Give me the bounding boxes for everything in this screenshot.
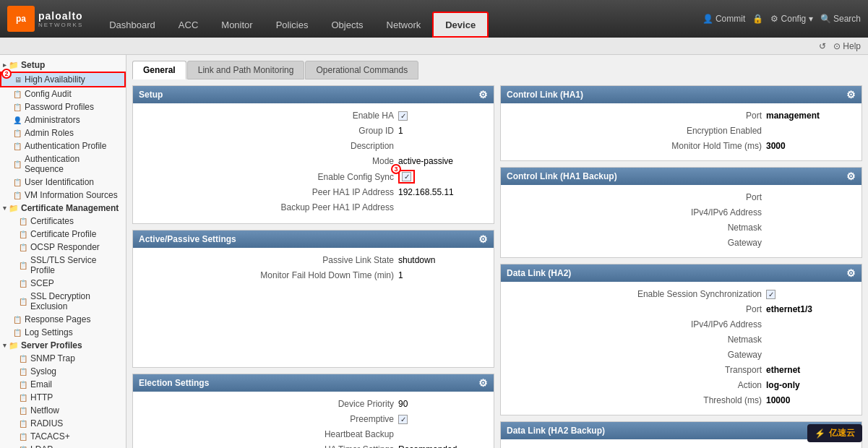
data-ha2-backup-title: Data Link (HA2 Backup) bbox=[507, 426, 605, 436]
ha1b-ipv4-label: IPv4/IPv6 Address bbox=[650, 207, 766, 217]
sidebar-label-netflow: Netflow bbox=[30, 405, 59, 415]
sidebar-item-syslog[interactable]: 📋 Syslog bbox=[0, 365, 126, 378]
enable-config-sync-row: Enable Config Sync 3 ✓ bbox=[142, 170, 485, 184]
tab-monitor[interactable]: Monitor bbox=[210, 12, 264, 38]
data-ha2-header: Data Link (HA2) ⚙ bbox=[501, 264, 861, 282]
peer-ha1-row: Peer HA1 IP Address 192.168.55.11 bbox=[142, 186, 485, 199]
search-button[interactable]: 🔍 Search bbox=[820, 14, 861, 24]
ha1b-port-label: Port bbox=[650, 192, 766, 202]
sidebar-item-radius[interactable]: 📋 RADIUS bbox=[0, 417, 126, 430]
active-passive-title: Active/Passive Settings bbox=[139, 234, 236, 244]
encryption-row: Encryption Enabled bbox=[510, 124, 853, 137]
sidebar-item-ldap[interactable]: 📋 LDAP bbox=[0, 443, 126, 448]
sidebar-group-cert-mgmt[interactable]: ▾ 📁 Certificate Management bbox=[0, 202, 126, 215]
auth-seq-icon: 📋 bbox=[13, 160, 22, 168]
ha2b-port-row: Port bbox=[510, 445, 853, 448]
setup-panel-header: Setup ⚙ bbox=[133, 86, 494, 103]
sidebar-label-ocsp: OCSP Responder bbox=[30, 242, 100, 252]
sidebar-item-log-settings[interactable]: 📋 Log Settings bbox=[0, 326, 126, 339]
control-ha1-gear[interactable]: ⚙ bbox=[846, 89, 856, 100]
sidebar-item-http[interactable]: 📋 HTTP bbox=[0, 391, 126, 404]
sidebar-item-auth-profile[interactable]: 📋 Authentication Profile bbox=[0, 139, 126, 152]
sidebar-item-administrators[interactable]: 👤 Administrators bbox=[0, 113, 126, 126]
enable-ha-checkbox[interactable]: ✓ bbox=[398, 111, 408, 121]
tab-policies[interactable]: Policies bbox=[265, 12, 320, 38]
watermark-icon: ⚡ bbox=[815, 428, 825, 439]
content-tab-operational[interactable]: Operational Commands bbox=[305, 61, 418, 79]
sidebar-item-label: Setup bbox=[21, 60, 45, 70]
logo-text: paloalto NETWORKS bbox=[38, 10, 83, 28]
sidebar-label-certs: Certificates bbox=[30, 216, 74, 226]
cert-profile-icon: 📋 bbox=[19, 231, 27, 238]
control-ha1-backup-gear[interactable]: ⚙ bbox=[846, 171, 856, 182]
content-tab-general[interactable]: General bbox=[132, 61, 186, 79]
active-passive-gear[interactable]: ⚙ bbox=[478, 233, 488, 245]
sidebar-label-http: HTTP bbox=[30, 392, 53, 402]
sidebar-item-scep[interactable]: 📋 SCEP bbox=[0, 277, 126, 290]
sidebar-label-userid: User Identification bbox=[25, 177, 94, 187]
sidebar-item-ssl-tls[interactable]: 📋 SSL/TLS Service Profile bbox=[0, 254, 126, 277]
control-ha1-body: Port management Encryption Enabled Monit… bbox=[501, 103, 861, 160]
sidebar-item-tacacs[interactable]: 📋 TACACS+ bbox=[0, 430, 126, 443]
tab-acc[interactable]: ACC bbox=[167, 12, 210, 38]
sidebar-item-snmp-trap[interactable]: 📋 SNMP Trap bbox=[0, 352, 126, 365]
sidebar-label-syslog: Syslog bbox=[30, 366, 56, 376]
sidebar-item-high-availability[interactable]: 2 🖥 High Availability bbox=[0, 72, 126, 87]
sidebar-item-ssl-exclusion[interactable]: 📋 SSL Decryption Exclusion bbox=[0, 290, 126, 313]
config-dropdown[interactable]: ⚙ Config ▾ bbox=[770, 14, 812, 24]
ha2-action-value: log-only bbox=[766, 380, 853, 390]
sidebar-item-ocsp[interactable]: 📋 OCSP Responder bbox=[0, 241, 126, 254]
sidebar-item-response-pages[interactable]: 📋 Response Pages bbox=[0, 313, 126, 326]
enable-config-sync-checkbox[interactable]: ✓ bbox=[402, 172, 411, 181]
sidebar-group-setup[interactable]: ▸ 📁 Setup bbox=[0, 59, 126, 72]
sidebar-label-ssl: SSL/TLS Service Profile bbox=[30, 255, 120, 275]
commit-button[interactable]: 👤 Commit bbox=[702, 14, 746, 24]
refresh-button[interactable]: ↺ bbox=[819, 41, 826, 51]
device-priority-value: 90 bbox=[398, 399, 485, 409]
tab-network[interactable]: Network bbox=[375, 12, 433, 38]
help-button[interactable]: ⊙ Help bbox=[833, 41, 861, 51]
ha1b-port-row: Port bbox=[510, 191, 853, 204]
preemptive-checkbox[interactable]: ✓ bbox=[398, 415, 408, 424]
sidebar-item-certificates[interactable]: 📋 Certificates bbox=[0, 215, 126, 228]
election-header: Election Settings ⚙ bbox=[133, 374, 494, 392]
sidebar-item-admin-roles[interactable]: 📋 Admin Roles bbox=[0, 126, 126, 139]
data-ha2-gear[interactable]: ⚙ bbox=[846, 267, 856, 279]
content-tab-link-monitoring[interactable]: Link and Path Monitoring bbox=[187, 61, 305, 79]
device-priority-row: Device Priority 90 bbox=[142, 397, 485, 410]
tab-dashboard[interactable]: Dashboard bbox=[98, 12, 167, 38]
sidebar: ▸ 📁 Setup 2 🖥 High Availability 📋 Config… bbox=[0, 55, 126, 448]
ha2-gateway-label: Gateway bbox=[650, 350, 766, 360]
tab-objects[interactable]: Objects bbox=[319, 12, 374, 38]
setup-panel-title: Setup bbox=[139, 90, 163, 100]
sidebar-item-email[interactable]: 📋 Email bbox=[0, 378, 126, 391]
election-panel: Election Settings ⚙ Device Priority 90 P… bbox=[132, 374, 494, 448]
content-area: General Link and Path Monitoring Operati… bbox=[126, 55, 868, 448]
peer-ha1-label: Peer HA1 IP Address bbox=[283, 187, 398, 197]
sidebar-item-auth-sequence[interactable]: 📋 Authentication Sequence bbox=[0, 152, 126, 176]
sidebar-item-cert-profile[interactable]: 📋 Certificate Profile bbox=[0, 228, 126, 241]
passive-link-state-row: Passive Link State shutdown bbox=[142, 254, 485, 267]
sidebar-group-server-profiles[interactable]: ▾ 📁 Server Profiles bbox=[0, 339, 126, 352]
sidebar-label-admin: Administrators bbox=[25, 115, 80, 125]
ha2-netmask-row: Netmask bbox=[510, 333, 853, 346]
enable-config-sync-value: 3 ✓ bbox=[398, 170, 485, 184]
setup-gear-button[interactable]: ⚙ bbox=[478, 89, 488, 100]
config-audit-icon: 📋 bbox=[13, 90, 22, 98]
lock-icon: 🔒 bbox=[752, 14, 763, 24]
sidebar-item-password-profiles[interactable]: 📋 Password Profiles bbox=[0, 100, 126, 113]
ha1-port-value: management bbox=[766, 111, 853, 121]
sidebar-item-netflow[interactable]: 📋 Netflow bbox=[0, 404, 126, 417]
peer-ha1-value: 192.168.55.11 bbox=[398, 187, 485, 197]
election-gear[interactable]: ⚙ bbox=[478, 377, 488, 389]
monitor-fail-label: Monitor Fail Hold Down Time (min) bbox=[260, 270, 398, 280]
tab-device[interactable]: Device bbox=[432, 12, 489, 38]
heartbeat-row: Heartbeat Backup bbox=[142, 428, 485, 441]
sidebar-item-user-id[interactable]: 📋 User Identification bbox=[0, 176, 126, 189]
session-sync-checkbox[interactable]: ✓ bbox=[766, 290, 775, 299]
sidebar-item-config-audit[interactable]: 📋 Config Audit bbox=[0, 87, 126, 100]
ha1b-ipv4-row: IPv4/IPv6 Address bbox=[510, 206, 853, 219]
svg-text:pa: pa bbox=[16, 14, 26, 24]
passive-link-state-label: Passive Link State bbox=[283, 255, 398, 265]
sidebar-item-vm-sources[interactable]: 📋 VM Information Sources bbox=[0, 189, 126, 202]
